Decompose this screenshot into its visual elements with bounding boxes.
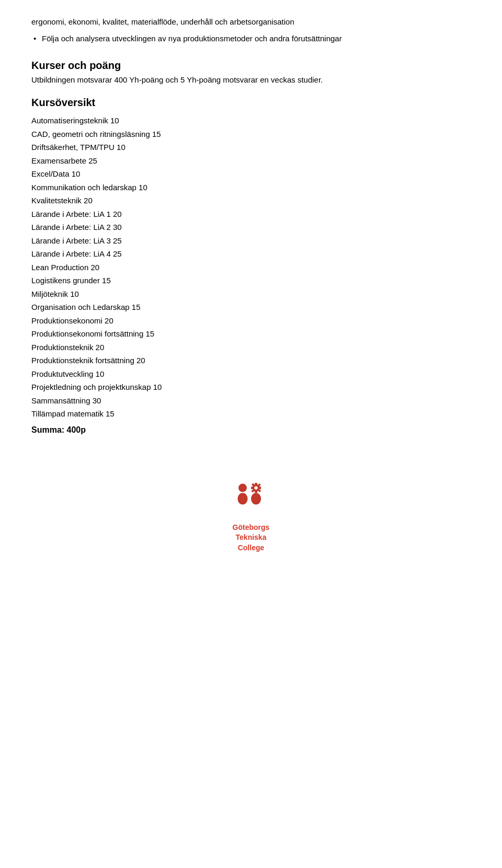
svg-rect-6 xyxy=(259,487,261,489)
logo-text: Göteborgs Tekniska College xyxy=(233,523,270,553)
logo-line1: Göteborgs xyxy=(233,523,270,531)
list-item: Produktutveckling 10 xyxy=(31,367,471,381)
kursöversikt-section: Kursöversikt Automatiseringsteknik 10CAD… xyxy=(31,97,471,437)
list-item: CAD, geometri och ritningsläsning 15 xyxy=(31,128,471,141)
list-item: Projektledning och projektkunskap 10 xyxy=(31,380,471,394)
list-item: Logistikens grunder 15 xyxy=(31,274,471,287)
svg-rect-4 xyxy=(255,491,257,493)
logo-line2: Tekniska xyxy=(236,533,267,541)
kurser-section: Kurser och poäng Utbildningen motsvarar … xyxy=(31,60,471,86)
list-item: Excel/Data 10 xyxy=(31,167,471,181)
list-item: Tillämpad matematik 15 xyxy=(31,407,471,421)
list-item: Automatiseringsteknik 10 xyxy=(31,114,471,128)
svg-point-12 xyxy=(251,493,261,504)
list-item: Produktionsekonomi 20 xyxy=(31,314,471,328)
list-item: Organisation och Ledarskap 15 xyxy=(31,300,471,314)
svg-rect-3 xyxy=(255,483,257,485)
svg-rect-5 xyxy=(251,487,253,489)
list-item: Lärande i Arbete: LiA 3 25 xyxy=(31,234,471,248)
logo-section: Göteborgs Tekniska College xyxy=(31,479,471,553)
gtc-logo-icon xyxy=(230,479,272,520)
list-item: Sammansättning 30 xyxy=(31,394,471,408)
svg-point-11 xyxy=(254,486,257,489)
kurser-heading: Kurser och poäng xyxy=(31,60,471,72)
kursöversikt-heading: Kursöversikt xyxy=(31,97,471,109)
logo-line3: College xyxy=(238,543,265,552)
list-item: Kvalitetsteknik 20 xyxy=(31,194,471,207)
list-item: Lärande i Arbete: LiA 4 25 xyxy=(31,247,471,261)
list-item: Lärande i Arbete: LiA 2 30 xyxy=(31,221,471,234)
list-item: Miljöteknik 10 xyxy=(31,287,471,301)
list-item: Driftsäkerhet, TPM/TPU 10 xyxy=(31,141,471,154)
list-item: Produktionsteknik fortsättning 20 xyxy=(31,354,471,367)
list-item: Produktionsekonomi fortsättning 15 xyxy=(31,327,471,341)
list-item: Lärande i Arbete: LiA 1 20 xyxy=(31,207,471,221)
summa-line: Summa: 400p xyxy=(31,423,471,437)
list-item: Produktionsteknik 20 xyxy=(31,341,471,354)
logo-container: Göteborgs Tekniska College xyxy=(230,479,272,553)
intro-bullet1: Följa och analysera utvecklingen av nya … xyxy=(31,32,471,45)
list-item: Examensarbete 25 xyxy=(31,154,471,168)
list-item: Kommunikation och ledarskap 10 xyxy=(31,181,471,194)
list-item: Lean Production 20 xyxy=(31,261,471,274)
kurser-description: Utbildningen motsvarar 400 Yh-poäng och … xyxy=(31,74,471,86)
course-list: Automatiseringsteknik 10CAD, geometri oc… xyxy=(31,114,471,421)
svg-point-0 xyxy=(238,483,247,492)
svg-point-1 xyxy=(237,493,247,504)
intro-line1: ergonomi, ekonomi, kvalitet, materialflö… xyxy=(31,16,471,28)
